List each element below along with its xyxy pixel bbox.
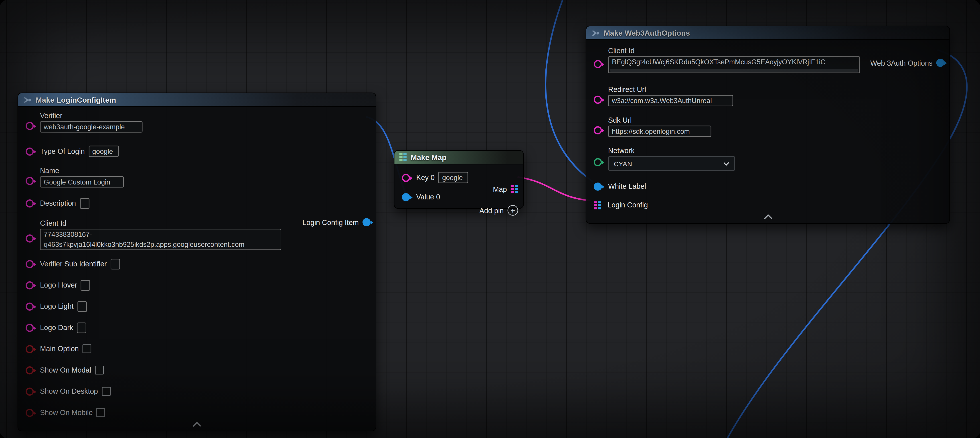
field-row-name: Name Google Custom Login: [18, 166, 375, 187]
chevron-up-icon: [764, 214, 772, 219]
field-row-network: Network CYAN: [586, 146, 950, 171]
network-dropdown[interactable]: CYAN: [608, 156, 735, 171]
show-on-desktop-checkbox[interactable]: [102, 387, 110, 396]
output-web3auth-options[interactable]: Web 3Auth Options: [870, 59, 944, 67]
map-grid-icon: [399, 153, 407, 161]
output-label: Login Config Item: [302, 218, 359, 226]
node-header[interactable]: Make LoginConfigItem: [18, 93, 375, 107]
map-output-pin-grid-icon[interactable]: [511, 185, 518, 193]
field-label: Logo Hover: [40, 281, 77, 289]
node-title: Make LoginConfigItem: [36, 95, 116, 104]
output-pin-web3auth-options[interactable]: [936, 59, 944, 67]
field-label: Show On Desktop: [40, 387, 98, 396]
client-id-input[interactable]: BEglQSgt4cUWcj6SKRdu5QkOXTsePmMcusG5EAoy…: [608, 56, 860, 73]
node-title: Make Map: [410, 153, 446, 162]
pin-sdk-url[interactable]: [594, 126, 602, 134]
pin-client-id[interactable]: [25, 234, 34, 242]
field-label: Client Id: [608, 46, 860, 55]
pin-logo-light[interactable]: [25, 302, 34, 311]
logo-hover-input[interactable]: [81, 280, 90, 290]
pin-verifier[interactable]: [25, 122, 34, 130]
client-id-input[interactable]: 774338308167-q463s7kpvja16l4l0kko3nb925i…: [40, 229, 281, 250]
field-row-login-config: Login Config: [586, 199, 950, 211]
verifier-input[interactable]: web3auth-google-example: [40, 121, 143, 133]
field-label: Sdk Url: [608, 116, 711, 124]
output-label: Web 3Auth Options: [870, 59, 932, 67]
node-make-web3authoptions[interactable]: Make Web3AuthOptions Web 3Auth Options C…: [586, 25, 950, 224]
field-row-redirect-url: Redirect Url w3a://com.w3a.Web3AuthUnrea…: [586, 85, 950, 106]
wire-map-to-loginconfig[interactable]: [518, 177, 591, 201]
redirect-url-input[interactable]: w3a://com.w3a.Web3AuthUnreal: [608, 95, 733, 107]
pin-value0[interactable]: [402, 193, 410, 201]
pin-description[interactable]: [25, 199, 34, 207]
node-make-loginconfigitem[interactable]: Make LoginConfigItem Login Config Item V…: [18, 92, 376, 431]
output-label: Map: [493, 185, 507, 193]
make-struct-icon: [23, 95, 32, 104]
output-login-config-item[interactable]: Login Config Item: [302, 218, 371, 226]
key0-input[interactable]: google: [438, 172, 468, 183]
field-row-key0: Key 0 google: [394, 171, 523, 184]
pin-verifier-sub-identifier[interactable]: [25, 260, 34, 268]
node-make-map[interactable]: Make Map Key 0 google Value 0 Map: [394, 150, 523, 209]
node-header[interactable]: Make Map: [394, 151, 523, 164]
field-label: Logo Dark: [40, 323, 73, 332]
pin-show-on-modal[interactable]: [25, 366, 34, 374]
collapse-node-button[interactable]: [18, 422, 375, 427]
chevron-down-icon: [723, 162, 729, 166]
description-input[interactable]: [80, 198, 89, 209]
field-label: Main Option: [40, 344, 79, 353]
field-label: Type Of Login: [40, 147, 85, 156]
pin-logo-dark[interactable]: [25, 323, 34, 332]
pin-redirect-url[interactable]: [594, 96, 602, 104]
field-label: Network: [608, 146, 735, 155]
type-of-login-input[interactable]: google: [89, 145, 119, 157]
node-header[interactable]: Make Web3AuthOptions: [586, 26, 950, 40]
field-row-white-label: White Label: [586, 181, 950, 192]
field-label: Show On Modal: [40, 366, 91, 374]
pin-show-on-mobile[interactable]: [25, 408, 34, 417]
pin-name[interactable]: [25, 177, 34, 185]
login-config-pin-grid-icon[interactable]: [594, 201, 601, 209]
field-label: Logo Light: [40, 302, 74, 311]
show-on-mobile-checkbox[interactable]: [97, 408, 105, 417]
output-map[interactable]: Map: [493, 185, 518, 193]
node-title: Make Web3AuthOptions: [604, 29, 690, 37]
add-pin-button[interactable]: Add pin +: [479, 205, 518, 216]
logo-dark-input[interactable]: [77, 322, 86, 333]
pin-show-on-desktop[interactable]: [25, 387, 34, 395]
pin-main-option[interactable]: [25, 345, 34, 353]
chevron-up-icon: [192, 422, 201, 427]
collapse-node-button[interactable]: [586, 214, 950, 219]
main-option-checkbox[interactable]: [83, 344, 91, 353]
field-row-main-option: Main Option: [18, 343, 375, 355]
plus-circle-icon: +: [508, 205, 518, 216]
pin-logo-hover[interactable]: [25, 281, 34, 289]
client-id-value: BEglQSgt4cUWcj6SKRdu5QkOXTsePmMcusG5EAoy…: [612, 58, 826, 66]
field-label: Value 0: [416, 193, 440, 201]
pin-white-label[interactable]: [594, 182, 602, 191]
pin-type-of-login[interactable]: [25, 147, 34, 155]
field-label: Description: [40, 199, 76, 207]
pin-client-id[interactable]: [594, 60, 602, 68]
field-label: Verifier: [40, 111, 143, 120]
horizontal-scrollbar[interactable]: [610, 69, 858, 72]
logo-light-input[interactable]: [77, 301, 87, 312]
field-row-logo-dark: Logo Dark: [18, 322, 375, 333]
pin-network[interactable]: [594, 158, 602, 166]
field-row-show-on-desktop: Show On Desktop: [18, 386, 375, 397]
field-row-type-of-login: Type Of Login google: [18, 145, 375, 157]
blueprint-graph-canvas[interactable]: Make LoginConfigItem Login Config Item V…: [0, 0, 980, 438]
pin-key0[interactable]: [402, 174, 410, 182]
field-row-show-on-mobile: Show On Mobile: [18, 407, 375, 418]
verifier-sub-identifier-input[interactable]: [110, 258, 120, 269]
sdk-url-input[interactable]: https://sdk.openlogin.com: [608, 126, 711, 137]
output-pin-login-config-item[interactable]: [363, 218, 371, 226]
field-row-logo-hover: Logo Hover: [18, 279, 375, 291]
field-row-verifier: Verifier web3auth-google-example: [18, 111, 375, 132]
field-row-logo-light: Logo Light: [18, 301, 375, 312]
field-label: Verifier Sub Identifier: [40, 260, 107, 268]
field-row-show-on-modal: Show On Modal: [18, 364, 375, 376]
field-label: White Label: [608, 182, 646, 191]
name-input[interactable]: Google Custom Login: [40, 176, 124, 188]
show-on-modal-checkbox[interactable]: [95, 366, 103, 374]
